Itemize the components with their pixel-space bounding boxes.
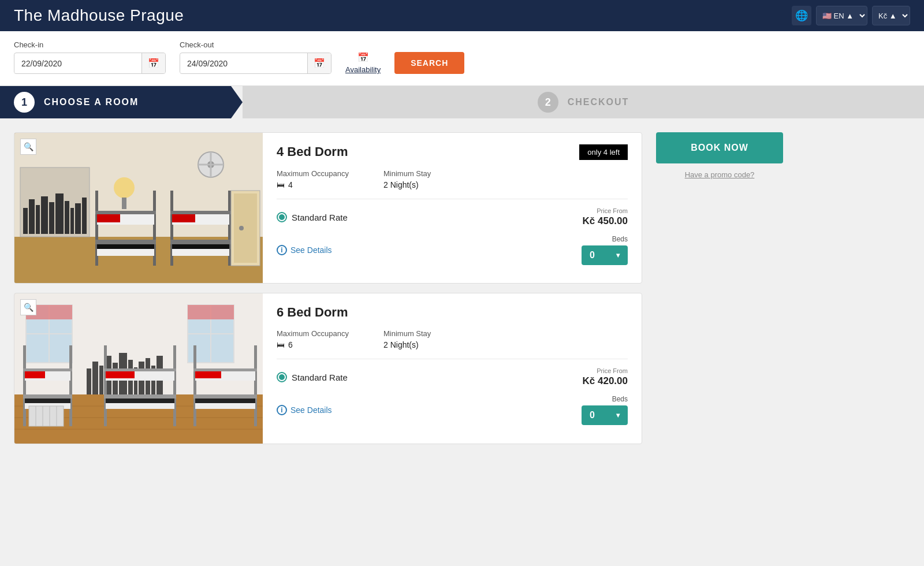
room-2-beds-label: Beds [612,395,628,403]
checkin-calendar-btn[interactable]: 📅 [141,53,165,73]
svg-rect-9 [49,202,54,234]
svg-rect-81 [106,399,174,403]
main-content: 🔍 [0,118,797,458]
rooms-list: 🔍 [14,132,642,444]
room-1-badge: only 4 left [579,144,628,160]
occupancy-label: Maximum Occupancy [277,169,349,178]
svg-rect-50 [49,305,72,319]
svg-rect-7 [36,205,40,234]
room-2-header: 6 Bed Dorm [277,305,628,320]
promo-code-link[interactable]: Have a promo code? [656,170,783,179]
svg-rect-28 [170,211,231,214]
svg-rect-70 [23,394,72,399]
search-button[interactable]: SEARCH [394,52,464,74]
checkout-calendar-btn[interactable]: 📅 [307,53,331,73]
chevron-down-icon: ▾ [616,251,620,259]
step-2-label: CHECKOUT [568,97,629,107]
rate-radio-inner [279,214,285,220]
chevron-down-icon-2: ▾ [616,411,620,419]
room-1-rate-radio[interactable] [277,212,287,222]
svg-rect-27 [170,240,231,244]
language-select[interactable]: 🇺🇸 EN ▲ [816,6,867,25]
room-1-details: 4 Bed Dorm only 4 left Maximum Occupancy… [263,133,642,283]
occupancy-label-2: Maximum Occupancy [277,329,349,338]
availability-anchor[interactable]: Availability [345,65,381,74]
room-1-footer: i See Details Beds 0 ▾ [277,235,628,265]
room-1-price-block: Price From Kč 450.00 [583,207,628,227]
checkout-input-wrap: 📅 [180,53,331,74]
magnify-icon[interactable]: 🔍 [20,299,36,315]
svg-rect-11 [65,201,69,234]
svg-rect-86 [193,394,257,399]
step-1-circle: 1 [14,92,35,113]
room-1-header: 4 Bed Dorm only 4 left [277,144,628,160]
room-1-price-from: Price From [583,207,628,214]
bed-icon: 🛏 [277,180,285,189]
room-2-beds-selector: Beds 0 ▾ [582,395,628,425]
svg-point-15 [114,177,135,198]
svg-rect-58 [99,366,103,394]
checkout-label: Check-out [180,40,331,49]
availability-link[interactable]: 📅 Availability [345,52,381,74]
room-2-rate-name: Standard Rate [292,373,348,382]
room-2-image-wrap: 🔍 [14,293,263,444]
room-1-info-row: Maximum Occupancy 🛏 4 Minimum Stay 2 Nig… [277,169,628,189]
checkout-group: Check-out 📅 [180,40,331,74]
svg-rect-83 [106,371,135,378]
svg-rect-69 [69,345,72,426]
svg-rect-24 [97,214,120,222]
magnify-icon[interactable]: 🔍 [20,139,36,155]
svg-rect-54 [188,305,211,319]
steps-bar: 1 CHOOSE A ROOM 2 CHECKOUT [0,86,924,118]
site-title: The Madhouse Prague [14,6,184,25]
svg-rect-32 [172,214,195,222]
svg-rect-91 [195,371,221,378]
room-2-beds-dropdown[interactable]: 0 ▾ [582,405,628,425]
checkin-label: Check-in [14,40,166,49]
svg-rect-76 [104,345,107,426]
globe-button[interactable]: 🌐 [792,6,811,25]
svg-rect-75 [25,371,45,378]
room-2-rate-label-wrap: Standard Rate [277,372,348,382]
room-2-info-row: Maximum Occupancy 🛏 6 Minimum Stay 2 Nig… [277,329,628,349]
room-1-occupancy: Maximum Occupancy 🛏 4 [277,169,349,189]
info-icon-2: i [277,405,287,415]
room-1-see-details[interactable]: i See Details [277,245,332,255]
checkout-input[interactable] [180,54,307,73]
svg-rect-77 [173,345,176,426]
bed-icon-2: 🛏 [277,340,285,349]
step-1-label: CHOOSE A ROOM [44,97,139,107]
room-2-rate-radio[interactable] [277,372,287,382]
room-2-footer: i See Details Beds 0 ▾ [277,395,628,425]
checkin-input-wrap: 📅 [14,53,166,74]
room-2-rate-row: Standard Rate Price From Kč 420.00 [277,359,628,387]
room-1-title: 4 Bed Dorm [277,144,348,159]
room-1-beds-dropdown[interactable]: 0 ▾ [582,245,628,265]
search-bar: Check-in 📅 Check-out 📅 📅 Availability SE… [0,31,924,86]
svg-rect-5 [23,208,28,234]
room-1-beds-label: Beds [612,235,628,243]
svg-rect-19 [95,240,156,244]
svg-rect-22 [97,244,154,249]
checkin-input[interactable] [14,54,141,73]
room-2-see-details[interactable]: i See Details [277,405,332,415]
sidebar: BOOK NOW Have a promo code? [656,132,783,444]
info-icon: i [277,245,287,255]
svg-rect-14 [82,198,87,234]
room-2-details: 6 Bed Dorm Maximum Occupancy 🛏 6 Minimum… [263,293,642,444]
book-now-button[interactable]: BOOK NOW [656,132,783,163]
step-2-circle: 2 [538,92,558,113]
room-2-min-stay: Minimum Stay 2 Night(s) [383,329,431,349]
room-2-price: Kč 420.00 [583,375,628,387]
room-1-rate-label-wrap: Standard Rate [277,212,348,222]
room-1-price: Kč 450.00 [583,215,628,227]
room-1-beds-value: 0 [590,250,595,260]
svg-rect-84 [193,345,196,426]
svg-rect-89 [195,399,255,403]
room-1-rate-row: Standard Rate Price From Kč 450.00 [277,199,628,227]
header: The Madhouse Prague 🌐 🇺🇸 EN ▲ Kč ▲ [0,0,924,31]
search-fields: Check-in 📅 Check-out 📅 📅 Availability SE… [14,40,910,74]
min-stay-value: 2 Night(s) [383,180,431,189]
currency-select[interactable]: Kč ▲ [872,6,910,25]
room-2-price-block: Price From Kč 420.00 [583,367,628,387]
